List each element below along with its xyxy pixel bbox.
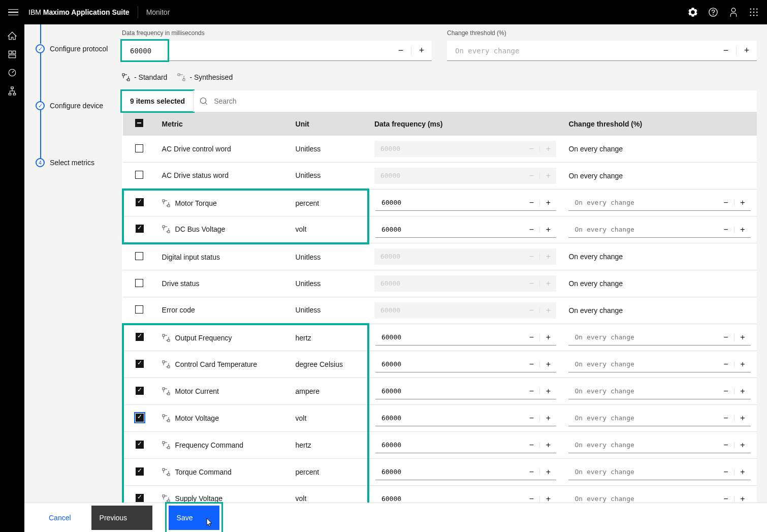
increment-button[interactable]: +	[540, 410, 556, 426]
decrement-button[interactable]: −	[718, 383, 734, 399]
decrement-button[interactable]: −	[391, 41, 411, 60]
decrement-button[interactable]: −	[718, 356, 734, 372]
row-thresh-input[interactable]	[568, 468, 718, 476]
row-checkbox[interactable]	[136, 198, 144, 206]
select-all-checkbox[interactable]	[135, 119, 143, 127]
decrement-button[interactable]: −	[718, 491, 734, 503]
increment-button[interactable]: +	[540, 464, 556, 480]
increment-button[interactable]: +	[734, 329, 751, 345]
row-thresh-input[interactable]	[568, 414, 718, 422]
svg-rect-37	[163, 495, 165, 497]
row-checkbox[interactable]	[136, 441, 144, 449]
row-checkbox[interactable]	[136, 360, 144, 368]
increment-button[interactable]: +	[411, 41, 432, 60]
decrement-button[interactable]: −	[718, 195, 734, 210]
decrement-button[interactable]: −	[718, 410, 734, 426]
decrement-button[interactable]: −	[716, 41, 736, 60]
increment-button[interactable]: +	[540, 356, 556, 372]
row-freq-input[interactable]	[375, 226, 524, 233]
row-freq-input[interactable]	[375, 495, 524, 503]
step-configure-device[interactable]: Configure device	[36, 101, 122, 111]
row-thresh-input[interactable]	[568, 360, 718, 368]
previous-button[interactable]: Previous	[91, 506, 152, 530]
row-checkbox[interactable]	[135, 252, 143, 260]
dashboard-icon[interactable]	[8, 50, 17, 59]
home-icon[interactable]	[8, 32, 17, 41]
settings-icon[interactable]	[688, 7, 698, 17]
row-checkbox[interactable]	[136, 387, 144, 395]
row-checkbox[interactable]	[136, 333, 144, 341]
hierarchy-icon[interactable]	[8, 86, 17, 96]
decrement-button[interactable]: −	[523, 222, 539, 237]
decrement-button[interactable]: −	[523, 329, 539, 345]
increment-button[interactable]: +	[540, 222, 556, 237]
row-freq-input[interactable]	[375, 468, 524, 476]
increment-button[interactable]: +	[734, 410, 751, 426]
row-checkbox[interactable]	[135, 279, 143, 287]
row-thresh-input[interactable]	[568, 441, 718, 449]
row-checkbox[interactable]	[135, 171, 143, 179]
increment-button[interactable]: +	[734, 195, 751, 210]
row-freq-input[interactable]	[375, 387, 524, 395]
row-freq-input[interactable]	[375, 199, 524, 206]
help-icon[interactable]	[708, 7, 718, 17]
row-thresh-input[interactable]	[568, 333, 718, 341]
row-checkbox[interactable]	[136, 467, 144, 476]
cancel-button[interactable]: Cancel	[43, 514, 77, 522]
decrement-button[interactable]: −	[523, 410, 539, 426]
decrement-button[interactable]: −	[523, 437, 539, 453]
row-checkbox[interactable]	[136, 225, 144, 233]
increment-button[interactable]: +	[540, 383, 556, 399]
increment-button[interactable]: +	[737, 41, 757, 60]
column-header-freq[interactable]: Data frequency (ms)	[368, 112, 563, 136]
decrement-button[interactable]: −	[523, 195, 539, 210]
increment-button[interactable]: +	[540, 195, 556, 210]
increment-button[interactable]: +	[734, 356, 751, 372]
data-frequency-field: Data frequency in milliseconds − +	[122, 29, 432, 61]
save-button[interactable]: Save	[169, 506, 219, 530]
column-header-metric[interactable]: Metric	[156, 112, 290, 136]
row-checkbox[interactable]	[135, 144, 143, 152]
row-freq-input[interactable]	[375, 441, 524, 449]
step-configure-protocol[interactable]: Configure protocol	[36, 44, 122, 54]
row-checkbox[interactable]	[136, 494, 144, 502]
row-freq-input[interactable]	[375, 360, 524, 368]
search-input[interactable]	[214, 97, 751, 105]
row-thresh-input[interactable]	[568, 387, 718, 395]
decrement-button[interactable]: −	[718, 329, 734, 345]
increment-button[interactable]: +	[734, 383, 751, 399]
row-freq-input[interactable]	[375, 333, 524, 341]
decrement-button[interactable]: −	[718, 222, 734, 237]
increment-button[interactable]: +	[540, 491, 556, 503]
increment-button[interactable]: +	[734, 437, 751, 453]
decrement-button: −	[523, 141, 539, 157]
increment-button[interactable]: +	[734, 464, 751, 480]
increment-button[interactable]: +	[540, 437, 556, 453]
increment-button[interactable]: +	[734, 491, 751, 503]
hamburger-menu-icon[interactable]	[8, 7, 18, 17]
decrement-button[interactable]: −	[523, 491, 539, 503]
row-checkbox[interactable]	[135, 305, 143, 314]
decrement-button[interactable]: −	[523, 464, 539, 480]
row-thresh-text: On every change	[562, 163, 757, 190]
decrement-button[interactable]: −	[523, 356, 539, 372]
change-threshold-input[interactable]	[447, 41, 716, 60]
app-switcher-icon[interactable]	[749, 7, 759, 17]
decrement-button[interactable]: −	[718, 437, 734, 453]
increment-button[interactable]: +	[540, 329, 556, 345]
gauge-icon[interactable]	[8, 68, 17, 77]
decrement-button[interactable]: −	[523, 383, 539, 399]
row-freq-input[interactable]	[375, 414, 524, 422]
row-thresh-input[interactable]	[568, 495, 718, 503]
row-thresh-input[interactable]	[568, 226, 718, 233]
increment-button[interactable]: +	[734, 222, 751, 237]
user-icon[interactable]	[728, 7, 739, 17]
row-thresh-input[interactable]	[568, 199, 718, 206]
search-box[interactable]	[193, 90, 757, 112]
data-frequency-input[interactable]	[122, 41, 168, 60]
row-checkbox[interactable]	[136, 414, 144, 422]
column-header-unit[interactable]: Unit	[290, 112, 368, 136]
decrement-button[interactable]: −	[718, 464, 734, 480]
column-header-thresh[interactable]: Change threshold (%)	[562, 112, 757, 136]
step-select-metrics[interactable]: 4 Select metrics	[36, 158, 122, 168]
